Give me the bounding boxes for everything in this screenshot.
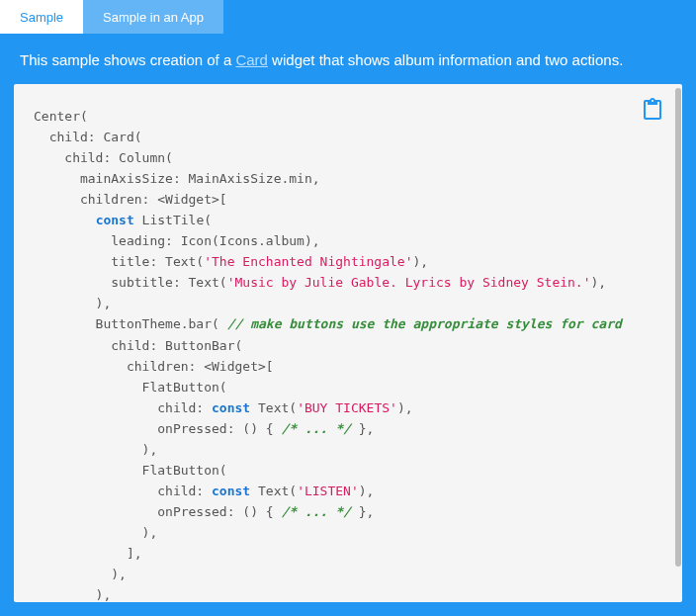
- code-block: Center( child: Card( child: Column( main…: [14, 84, 682, 602]
- tab-sample-in-app[interactable]: Sample in an App: [83, 0, 223, 34]
- desc-text-pre: This sample shows creation of a: [20, 51, 235, 68]
- sample-panel: Sample Sample in an App This sample show…: [0, 0, 696, 616]
- tab-bar: Sample Sample in an App: [0, 0, 696, 34]
- sample-description: This sample shows creation of a Card wid…: [0, 34, 696, 84]
- desc-text-post: widget that shows album information and …: [268, 51, 623, 68]
- scrollbar-track: [674, 84, 682, 602]
- code-content: Center( child: Card( child: Column( main…: [34, 106, 654, 602]
- code-scroll-area[interactable]: Center( child: Card( child: Column( main…: [14, 84, 674, 602]
- code-wrapper: Center( child: Card( child: Column( main…: [14, 84, 682, 602]
- scrollbar-thumb[interactable]: [675, 88, 681, 567]
- clipboard-icon[interactable]: [641, 98, 664, 122]
- tab-sample[interactable]: Sample: [0, 0, 83, 34]
- desc-link-card[interactable]: Card: [235, 51, 268, 68]
